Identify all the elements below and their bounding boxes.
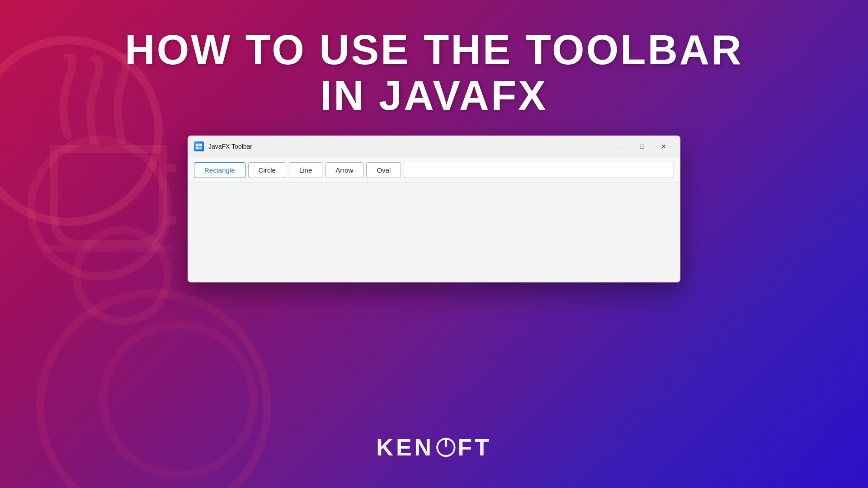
svg-rect-2 <box>199 144 202 146</box>
window-app-icon <box>194 141 204 151</box>
svg-rect-4 <box>199 147 202 149</box>
circle-button[interactable]: Circle <box>248 162 286 178</box>
rectangle-button[interactable]: Rectangle <box>194 162 245 178</box>
power-icon <box>435 436 457 458</box>
window-content-area <box>188 183 680 282</box>
brand-logo: KEN FT <box>376 434 491 461</box>
toolbar-text-input[interactable] <box>404 162 674 178</box>
oval-button[interactable]: Oval <box>366 162 401 178</box>
svg-rect-1 <box>196 144 198 146</box>
javafx-window: JavaFX Toolbar — □ ✕ Rectangle Circle Li… <box>188 136 680 282</box>
swirl-decoration-5 <box>99 321 258 479</box>
window-title-text: JavaFX Toolbar <box>208 143 605 150</box>
brand-text-left: KEN <box>376 434 434 461</box>
close-button[interactable]: ✕ <box>653 139 674 154</box>
window-titlebar: JavaFX Toolbar — □ ✕ <box>188 136 680 157</box>
arrow-button[interactable]: Arrow <box>325 162 363 178</box>
window-toolbar: Rectangle Circle Line Arrow Oval <box>188 157 680 183</box>
maximize-button[interactable]: □ <box>632 139 652 154</box>
minimize-button[interactable]: — <box>610 139 631 154</box>
svg-rect-3 <box>196 147 198 149</box>
page-title: HOW TO USE THE TOOLBAR IN JAVAFX <box>0 27 868 118</box>
window-controls: — □ ✕ <box>610 139 674 154</box>
brand-text-right: FT <box>458 434 492 461</box>
line-button[interactable]: Line <box>289 162 322 178</box>
